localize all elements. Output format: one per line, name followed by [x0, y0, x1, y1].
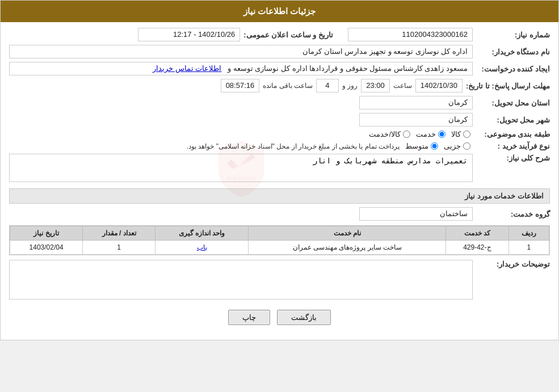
creator-value: مسعود زاهدی کارشناس مسئول حقوقی و قراردا… — [9, 62, 473, 75]
category-radio-kala-khedmat[interactable] — [403, 130, 410, 138]
col-unit: واحد اندازه گیری — [155, 226, 249, 241]
province-row: استان محل تحویل: کرمان — [9, 96, 550, 109]
deadline-label: مهلت ارسال پاسخ: تا تاریخ: — [466, 82, 550, 90]
category-khedmat-label: خدمت — [416, 130, 436, 138]
print-button[interactable]: چاپ — [228, 310, 270, 325]
city-row: شهر محل تحویل: کرمان — [9, 113, 550, 127]
deadline-time-label: ساعت — [393, 82, 412, 90]
category-row: طبقه بندی موضوعی: کالا خدمت کالا/خدمت — [9, 130, 550, 138]
bottom-buttons: بازگشت چاپ — [9, 303, 550, 334]
services-table-wrapper: ردیف کد خدمت نام خدمت واحد اندازه گیری ت… — [9, 225, 550, 255]
cell-unit[interactable]: باب — [155, 241, 249, 255]
need-number-value: 1102004323000162 — [348, 28, 473, 41]
process-motavasset-label: متوسط — [405, 142, 428, 150]
process-radio-jozi[interactable] — [463, 142, 470, 150]
services-table: ردیف کد خدمت نام خدمت واحد اندازه گیری ت… — [10, 226, 549, 255]
process-type-row: نوع فرآیند خرید : جزیی متوسط پرداخت تمام… — [9, 142, 550, 150]
deadline-row: مهلت ارسال پاسخ: تا تاریخ: 1402/10/30 سا… — [9, 79, 550, 92]
service-group-row: گروه خدمت: ساختمان — [9, 207, 550, 221]
process-desc: پرداخت تمام یا بخشی از مبلغ خریدار از مح… — [9, 142, 400, 150]
col-rownum: ردیف — [508, 226, 549, 241]
service-group-value: ساختمان — [359, 207, 473, 221]
creator-name: مسعود زاهدی کارشناس مسئول حقوقی و قراردا… — [228, 64, 468, 73]
table-header-row: ردیف کد خدمت نام خدمت واحد اندازه گیری ت… — [10, 226, 549, 241]
cell-service-code: ج-42-429 — [446, 241, 508, 255]
col-quantity: تعداد / مقدار — [83, 226, 155, 241]
announce-datetime-value: 1402/10/26 - 12:17 — [138, 28, 240, 41]
announce-datetime-label: تاریخ و ساعت اعلان عمومی: — [243, 31, 333, 39]
deadline-date: 1402/10/30 — [415, 79, 463, 92]
description-label: شرح کلی نیاز: — [476, 154, 550, 162]
deadline-countdown: 08:57:16 — [221, 79, 260, 92]
process-radio-motavasset[interactable] — [431, 142, 438, 150]
city-label: شهر محل تحویل: — [476, 116, 550, 124]
description-container: Ana Tender — [9, 154, 473, 184]
category-kala-khedmat-label: کالا/خدمت — [369, 130, 401, 138]
process-type-label: نوع فرآیند خرید : — [476, 142, 550, 150]
buyer-notes-row: توضیحات خریدار: — [9, 260, 550, 300]
main-content: شماره نیاز: 1102004323000162 تاریخ و ساع… — [1, 22, 558, 340]
cell-date-needed: 1403/02/04 — [10, 241, 83, 255]
org-name-value: اداره کل نوسازی توسعه و تجهیز مدارس استا… — [9, 45, 473, 58]
creator-label: ایجاد کننده درخواست: — [476, 65, 550, 73]
page-header: جزئیات اطلاعات نیاز — [1, 1, 558, 22]
col-service-code: کد خدمت — [446, 226, 508, 241]
services-section-title: اطلاعات خدمات مورد نیاز — [9, 188, 550, 204]
category-radio-khedmat[interactable] — [438, 130, 445, 138]
table-row: 1 ج-42-429 ساخت سایر پروژه‌های مهندسی عم… — [10, 241, 549, 255]
category-radio-kala[interactable] — [463, 130, 470, 138]
need-number-row: شماره نیاز: 1102004323000162 تاریخ و ساع… — [9, 28, 550, 41]
category-kala-khedmat[interactable]: کالا/خدمت — [369, 130, 410, 138]
buyer-notes-textarea[interactable] — [9, 260, 473, 300]
description-row: شرح کلی نیاز: Ana Tender — [9, 154, 550, 184]
cell-rownum: 1 — [508, 241, 549, 255]
col-date-needed: تاریخ نیاز — [10, 226, 83, 241]
deadline-countdown-label: ساعت باقی مانده — [263, 82, 313, 90]
deadline-days-label: روز و — [342, 82, 358, 90]
service-group-label: گروه خدمت: — [476, 210, 550, 218]
province-value: کرمان — [359, 96, 473, 109]
process-jozi[interactable]: جزیی — [444, 142, 470, 150]
org-name-row: نام دستگاه خریدار: اداره کل نوسازی توسعه… — [9, 45, 550, 58]
buyer-notes-label: توضیحات خریدار: — [476, 260, 550, 268]
creator-row: ایجاد کننده درخواست: مسعود زاهدی کارشناس… — [9, 62, 550, 75]
col-service-name: نام خدمت — [249, 226, 446, 241]
process-jozi-label: جزیی — [444, 142, 461, 150]
province-label: استان محل تحویل: — [476, 99, 550, 107]
category-khedmat[interactable]: خدمت — [416, 130, 445, 138]
creator-link[interactable]: اطلاعات تماس خریدار — [153, 64, 221, 73]
page-title: جزئیات اطلاعات نیاز — [243, 6, 316, 16]
deadline-time: 23:00 — [361, 79, 390, 92]
deadline-days: 4 — [316, 79, 339, 92]
description-textarea[interactable] — [9, 154, 473, 182]
category-kala-label: کالا — [451, 130, 461, 138]
back-button[interactable]: بازگشت — [277, 310, 331, 325]
cell-service-name: ساخت سایر پروژه‌های مهندسی عمران — [249, 241, 446, 255]
category-kala[interactable]: کالا — [451, 130, 470, 138]
process-motavasset[interactable]: متوسط — [405, 142, 438, 150]
org-name-label: نام دستگاه خریدار: — [476, 48, 550, 56]
cell-quantity: 1 — [83, 241, 155, 255]
page-wrapper: جزئیات اطلاعات نیاز شماره نیاز: 11020043… — [0, 0, 559, 340]
category-label: طبقه بندی موضوعی: — [476, 130, 550, 138]
city-value: کرمان — [359, 113, 473, 127]
need-number-label: شماره نیاز: — [476, 31, 550, 39]
